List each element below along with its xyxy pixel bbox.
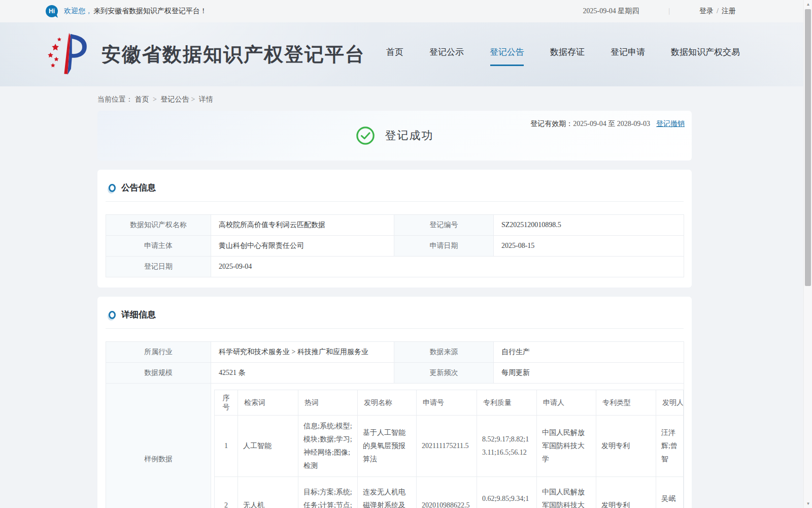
registration-status-text: 登记成功 [385, 128, 434, 143]
scrollbar-thumb[interactable] [805, 9, 811, 286]
cell-quality: 8.52;9.17;8.82;13.11;16.5;56.12 [477, 416, 537, 477]
table-row: 所属行业 科学研究和技术服务业 > 科技推广和应用服务业 数据来源 自行生产 [106, 342, 684, 363]
current-date: 2025-09-04 星期四 [583, 7, 639, 16]
registration-date-value: 2025-09-04 [211, 257, 684, 277]
site-logo-icon [45, 30, 93, 79]
data-scale-label: 数据规模 [106, 363, 211, 384]
col-hotwords: 热词 [298, 390, 358, 416]
announcement-section-title: 公告信息 [121, 182, 156, 194]
update-frequency-label: 更新频次 [394, 363, 494, 384]
applicant-label: 申请主体 [106, 236, 211, 257]
validity-label: 登记有效期： [530, 120, 573, 128]
table-row: 数据知识产权名称 高校院所高价值专利词云匹配数据 登记编号 SZ20251200… [106, 215, 684, 236]
nav-item-data-ip-trade[interactable]: 数据知识产权交易 [670, 43, 741, 66]
cell-patent-type: 发明专利 [596, 416, 656, 477]
col-index: 序号 [215, 390, 238, 416]
table-row: 样例数据 序号 检索词 热词 发明名称 [106, 384, 684, 508]
registration-number-label: 登记编号 [394, 215, 494, 236]
star-icons [48, 37, 61, 67]
validity-dates: 2025-09-04 至 2028-09-03 [573, 120, 650, 128]
main-nav: 首页 登记公示 登记公告 数据存证 登记申请 数据知识产权交易 [385, 43, 741, 66]
cell-inventor: 吴岷湘; [656, 477, 684, 508]
cell-invention: 基于人工智能的臭氧层预报算法 [358, 416, 417, 477]
nav-item-registration-apply[interactable]: 登记申请 [610, 43, 646, 66]
announcement-info-table: 数据知识产权名称 高校院所高价值专利词云匹配数据 登记编号 SZ20251200… [106, 214, 684, 277]
scrollbar-down-arrow-icon[interactable]: ▼ [804, 499, 812, 508]
brand: 安徽省数据知识产权登记平台 [45, 30, 365, 79]
cell-app-no: 202111175211.5 [417, 416, 477, 477]
registration-status-banner: 登记有效期：2025-09-04 至 2028-09-03 登记撤销 登记成功 [97, 111, 692, 161]
announcement-info-section: 公告信息 数据知识产权名称 高校院所高价值专利词云匹配数据 登记编号 SZ202… [97, 170, 692, 288]
data-scale-value: 42521 条 [211, 363, 394, 384]
cell-index: 1 [215, 416, 238, 477]
col-keyword: 检索词 [238, 390, 298, 416]
breadcrumb-current: 详情 [199, 96, 213, 103]
apply-date-value: 2025-08-15 [494, 236, 684, 257]
detail-section-title: 详细信息 [121, 309, 156, 321]
table-row: 登记日期 2025-09-04 [106, 257, 684, 277]
welcome-text: 来到安徽省数据知识产权登记平台！ [93, 7, 207, 16]
register-link[interactable]: 注册 [722, 7, 736, 15]
success-check-icon [356, 126, 375, 145]
site-title: 安徽省数据知识产权登记平台 [101, 42, 365, 68]
update-frequency-value: 每周更新 [494, 363, 684, 384]
auth-separator: / [717, 7, 719, 15]
data-source-value: 自行生产 [494, 342, 684, 363]
col-inventor: 发明人 [656, 390, 684, 416]
site-header: 安徽省数据知识产权登记平台 首页 登记公示 登记公告 数据存证 登记申请 数据知… [0, 22, 812, 86]
industry-label: 所属行业 [106, 342, 211, 363]
sample-row: 1 人工智能 信息;系统;模型;模块;数据;学习;神经网络;图像;检测 基于人工… [215, 416, 684, 477]
data-ip-name-value: 高校院所高价值专利词云匹配数据 [211, 215, 394, 236]
data-ip-name-label: 数据知识产权名称 [106, 215, 211, 236]
table-row: 申请主体 黄山科创中心有限责任公司 申请日期 2025-08-15 [106, 236, 684, 257]
breadcrumb-prefix: 当前位置： [97, 96, 133, 103]
apply-date-label: 申请日期 [394, 236, 494, 257]
cell-applicant: 中国人民解放军国防科技大学 [537, 416, 596, 477]
cell-hotwords: 信息;系统;模型;模块;数据;学习;神经网络;图像;检测 [298, 416, 358, 477]
breadcrumb-section[interactable]: 登记公告 [160, 96, 189, 103]
col-patent-type: 专利类型 [596, 390, 656, 416]
cell-keyword: 人工智能 [238, 416, 298, 477]
sample-header-row: 序号 检索词 热词 发明名称 申请号 专利质量 申请人 专利类型 发明人 [215, 390, 684, 416]
cell-quality: 0.62;9.85;9.34;11.70;16;47.51 [477, 477, 537, 508]
nav-item-registration-announcement[interactable]: 登记公告 [489, 43, 525, 66]
revoke-registration-link[interactable]: 登记撤销 [656, 119, 685, 129]
sample-data-cell: 序号 检索词 热词 发明名称 申请号 专利质量 申请人 专利类型 发明人 1 [211, 384, 684, 508]
nav-item-registration-publicity[interactable]: 登记公示 [428, 43, 465, 66]
cell-index: 2 [215, 477, 238, 508]
login-link[interactable]: 登录 [699, 7, 714, 15]
vertical-scrollbar[interactable]: ▲ ▼ [803, 0, 812, 508]
nav-item-home[interactable]: 首页 [385, 43, 404, 66]
breadcrumb-separator: > [191, 96, 195, 103]
cell-invention: 连发无人机电磁弹射系统及无人机机库 [358, 477, 417, 508]
cell-inventor: 汪洋辉;曾智 [656, 416, 684, 477]
cell-patent-type: 发明专利 [596, 477, 656, 508]
topbar-divider: | [668, 7, 670, 15]
applicant-value: 黄山科创中心有限责任公司 [211, 236, 394, 257]
breadcrumb-home[interactable]: 首页 [135, 96, 149, 103]
col-app-no: 申请号 [417, 390, 477, 416]
hi-badge-icon: Hi [46, 5, 58, 17]
registration-date-label: 登记日期 [106, 257, 211, 277]
nav-item-data-deposit[interactable]: 数据存证 [549, 43, 586, 66]
top-bar: Hi 欢迎您， 来到安徽省数据知识产权登记平台！ 2025-09-04 星期四 … [0, 0, 812, 22]
table-row: 数据规模 42521 条 更新频次 每周更新 [106, 363, 684, 384]
cell-app-no: 202010988622.5 [417, 477, 477, 508]
registration-number-value: SZ2025120010898.5 [494, 215, 684, 236]
col-invention: 发明名称 [358, 390, 417, 416]
section-ring-icon [109, 311, 116, 319]
cell-hotwords: 目标;方案;系统;任务;计算;节点;路径;构建;执行 [298, 477, 358, 508]
col-applicant: 申请人 [537, 390, 596, 416]
breadcrumb-separator: > [153, 96, 157, 103]
col-quality: 专利质量 [477, 390, 537, 416]
scrollbar-up-arrow-icon[interactable]: ▲ [804, 0, 812, 9]
sample-row: 2 无人机 目标;方案;系统;任务;计算;节点;路径;构建;执行 连发无人机电磁… [215, 477, 684, 508]
cell-keyword: 无人机 [238, 477, 298, 508]
sample-data-label: 样例数据 [106, 384, 211, 508]
sample-data-table: 序号 检索词 热词 发明名称 申请号 专利质量 申请人 专利类型 发明人 1 [214, 390, 684, 508]
industry-value: 科学研究和技术服务业 > 科技推广和应用服务业 [211, 342, 394, 363]
data-source-label: 数据来源 [394, 342, 494, 363]
section-ring-icon [109, 184, 116, 192]
breadcrumb: 当前位置： 首页 > 登记公告> 详情 [97, 86, 812, 111]
sample-table-viewport: 序号 检索词 热词 发明名称 申请号 专利质量 申请人 专利类型 发明人 1 [214, 390, 684, 508]
